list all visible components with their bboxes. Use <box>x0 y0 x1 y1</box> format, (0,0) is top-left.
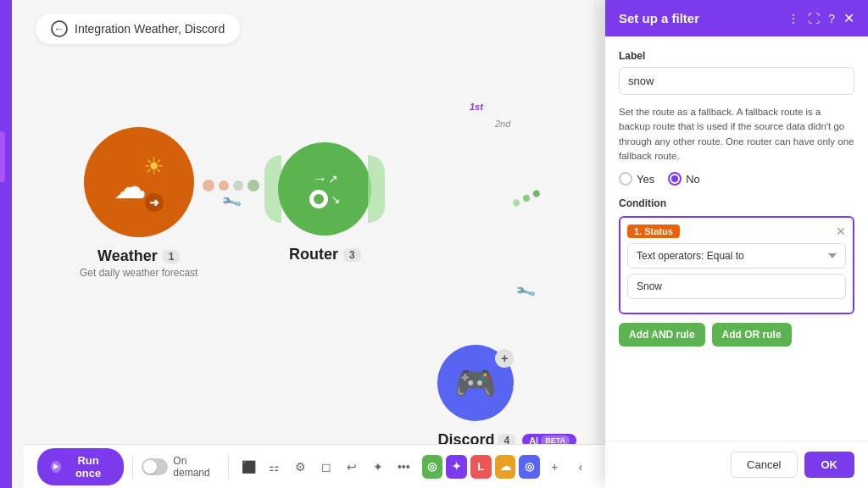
dialog-title: Set up a filter <box>619 11 699 25</box>
radio-yes[interactable]: Yes <box>619 172 654 186</box>
router-label-container: Router 3 <box>289 246 361 263</box>
condition-box: 1. Status ✕ Text operators: Equal to <box>619 216 854 314</box>
help-icon[interactable]: ? <box>828 12 835 25</box>
route-dots-top <box>512 195 541 202</box>
dialog-header: Set up a filter ⋮ ⛶ ? ✕ <box>605 0 868 36</box>
condition-label: Condition <box>619 197 854 209</box>
radio-yes-circle <box>619 172 632 186</box>
wrench-icon: 🔧 <box>220 191 242 213</box>
collapse-btn[interactable]: ‹ <box>570 454 592 480</box>
toggle-thumb <box>143 460 157 474</box>
back-icon[interactable]: ← <box>51 20 68 37</box>
router-node[interactable]: → ↗ ↘ Router 3 <box>264 142 385 263</box>
note-icon-btn[interactable]: ◻ <box>315 454 337 480</box>
dialog-footer: Cancel OK <box>605 441 868 488</box>
condition-value-input[interactable] <box>627 274 846 299</box>
radio-group: Yes No <box>619 172 854 186</box>
router-label: Router <box>289 246 338 263</box>
green-module-btn[interactable]: ◎ <box>422 455 443 479</box>
toggle-label: On demand <box>173 455 220 479</box>
dialog-body: Label Set the route as a fallback. A fal… <box>605 36 868 441</box>
wrench-icon-2: 🔧 <box>515 280 537 302</box>
settings-icon-btn[interactable]: ⚙ <box>289 454 311 480</box>
radio-no-label: No <box>686 173 700 186</box>
status-pill: 1. Status <box>627 225 680 238</box>
label-input[interactable] <box>619 67 854 95</box>
add-and-btn[interactable]: Add AND rule <box>619 323 705 347</box>
discord-plus-btn[interactable]: + <box>495 349 514 368</box>
label-field-label: Label <box>619 50 854 62</box>
expand-icon[interactable]: ⛶ <box>808 12 820 25</box>
breadcrumb[interactable]: ← Integration Weather, Discord <box>36 14 240 44</box>
operator-select[interactable]: Text operators: Equal to <box>627 243 846 269</box>
radio-dot <box>671 175 678 182</box>
weather-circle: ☀ ☁ ➜ <box>84 127 194 237</box>
condition-remove-btn[interactable]: ✕ <box>836 225 846 238</box>
sidebar <box>0 0 12 488</box>
discord-icon: 🎮 <box>454 363 497 403</box>
filter-dialog: Set up a filter ⋮ ⛶ ? ✕ Label Set the ro… <box>605 0 868 488</box>
divider-1 <box>132 455 133 479</box>
router-circle: → ↗ ↘ <box>278 142 371 236</box>
blue-module-btn[interactable]: ◎ <box>519 455 540 479</box>
orange-module-btn[interactable]: ☁ <box>495 455 516 479</box>
run-button[interactable]: ▶ Run once <box>37 448 124 485</box>
purple-module-btn[interactable]: ✦ <box>446 455 467 479</box>
radio-no-circle <box>668 172 682 186</box>
magic-icon-btn[interactable]: ✦ <box>367 454 389 480</box>
play-icon: ▶ <box>51 461 61 473</box>
router-wrapper: → ↗ ↘ <box>264 142 385 236</box>
red-module-btn[interactable]: L <box>470 455 492 479</box>
run-label: Run once <box>66 454 110 480</box>
radio-no[interactable]: No <box>668 172 700 186</box>
grid-icon-btn[interactable]: ⚏ <box>264 454 286 480</box>
more-options-icon[interactable]: ⋮ <box>787 12 799 25</box>
router-badge: 3 <box>343 248 361 262</box>
undo-icon-btn[interactable]: ↩ <box>341 454 363 480</box>
router-half-right <box>368 155 385 223</box>
route-label-2nd: 2nd <box>495 119 510 129</box>
toggle-switch[interactable]: On demand <box>142 455 220 479</box>
add-btn[interactable]: + <box>543 454 565 480</box>
canvas: ← Integration Weather, Discord ☀ ☁ ➜ <box>12 0 593 488</box>
close-icon[interactable]: ✕ <box>843 10 854 26</box>
radio-yes-label: Yes <box>637 173 654 186</box>
divider-2 <box>228 455 229 479</box>
toggle-track[interactable] <box>142 458 169 475</box>
weather-sublabel: Get daily weather forecast <box>80 267 198 279</box>
ok-button[interactable]: OK <box>804 452 855 478</box>
more-icon-btn[interactable]: ••• <box>392 454 415 480</box>
weather-node[interactable]: ☀ ☁ ➜ Weather 1 Get daily weather foreca… <box>80 127 198 279</box>
breadcrumb-text: Integration Weather, Discord <box>75 22 225 36</box>
toolbar: ▶ Run once On demand ⬛ ⚏ ⚙ ◻ ↩ ✦ ••• ◎ ✦… <box>24 444 605 488</box>
weather-label-container: Weather 1 Get daily weather forecast <box>80 247 198 279</box>
save-icon-btn[interactable]: ⬛ <box>237 454 259 480</box>
fallback-text: Set the route as a fallback. A fallback … <box>619 105 854 164</box>
weather-badge: 1 <box>163 250 181 263</box>
cancel-button[interactable]: Cancel <box>731 452 797 478</box>
route-label-1st: 1st <box>470 102 483 112</box>
condition-row-1: 1. Status ✕ <box>627 225 846 238</box>
sidebar-accent <box>0 131 5 182</box>
condition-buttons: Add AND rule Add OR rule <box>619 323 854 347</box>
weather-label: Weather <box>97 247 158 265</box>
connector-dots <box>203 180 259 191</box>
add-or-btn[interactable]: Add OR rule <box>712 323 792 347</box>
dialog-header-icons: ⋮ ⛶ ? ✕ <box>787 10 854 26</box>
